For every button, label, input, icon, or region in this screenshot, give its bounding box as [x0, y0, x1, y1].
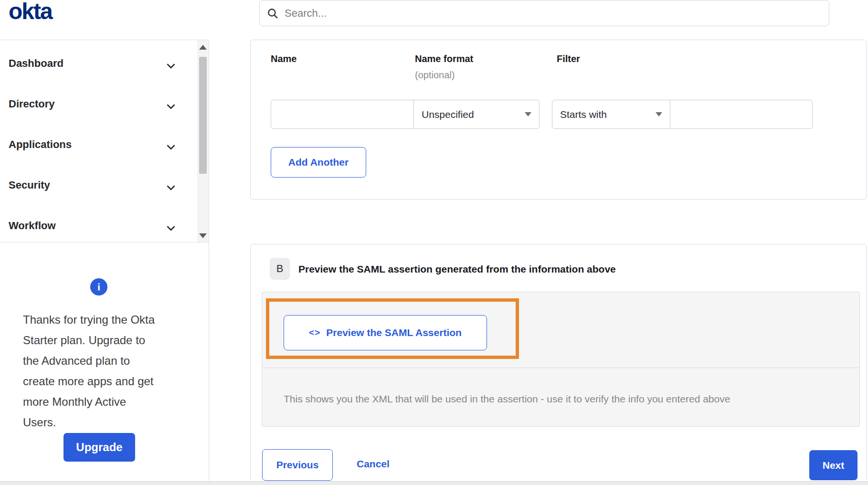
search-input[interactable]: [285, 7, 822, 20]
upsell-message: Thanks for trying the Okta Starter plan.…: [23, 309, 162, 432]
name-format-select[interactable]: Unspecified: [413, 100, 540, 129]
attribute-statements-card: Name Name format (optional) Filter Unspe…: [250, 40, 867, 200]
preview-button-label: Preview the SAML Assertion: [326, 327, 462, 338]
sidebar-item-directory[interactable]: Directory: [0, 81, 209, 121]
preview-saml-assertion-button[interactable]: <> Preview the SAML Assertion: [284, 315, 487, 350]
sidebar-item-applications[interactable]: Applications: [0, 121, 209, 162]
section-b-heading: Preview the SAML assertion generated fro…: [298, 264, 616, 275]
okta-logo: okta: [9, 0, 52, 24]
filter-operator-selected-value: Starts with: [560, 109, 607, 120]
next-button[interactable]: Next: [809, 450, 857, 480]
preview-description: This shows you the XML that will be used…: [284, 393, 730, 405]
sidebar-item-label: Workflow: [9, 220, 56, 232]
chevron-down-icon: [165, 60, 177, 72]
caret-down-icon: [525, 112, 531, 116]
search-icon: [266, 7, 279, 20]
chevron-down-icon: [165, 141, 177, 153]
filter-value-input[interactable]: [670, 100, 813, 129]
top-bar: okta: [0, 0, 868, 39]
name-column-header: Name: [271, 53, 296, 64]
viewport-bottom-strip: [0, 481, 868, 485]
filter-operator-select[interactable]: Starts with: [552, 100, 670, 129]
preview-panel-top: <> Preview the SAML Assertion: [262, 292, 859, 368]
sidebar-nav: DashboardDirectoryApplicationsSecurityWo…: [0, 40, 209, 242]
chevron-down-icon: [165, 181, 177, 194]
name-format-selected-value: Unspecified: [422, 109, 474, 120]
sidebar-item-label: Directory: [9, 98, 55, 110]
sidebar-divider: [209, 40, 209, 481]
upgrade-button[interactable]: Upgrade: [64, 433, 135, 462]
sidebar-scrollbar[interactable]: [197, 40, 209, 242]
attribute-name-input[interactable]: [271, 100, 414, 129]
cancel-link[interactable]: Cancel: [357, 458, 390, 470]
sidebar-item-label: Applications: [9, 138, 72, 151]
chevron-down-icon: [165, 222, 177, 234]
filter-column-header: Filter: [557, 53, 580, 64]
sidebar-item-security[interactable]: Security: [0, 162, 209, 202]
section-b-badge: B: [270, 258, 290, 280]
sidebar-item-dashboard[interactable]: Dashboard: [0, 40, 209, 81]
code-icon: <>: [309, 327, 320, 338]
info-icon: i: [90, 278, 107, 295]
chevron-down-icon: [165, 100, 177, 113]
global-search[interactable]: [259, 0, 829, 26]
preview-saml-card: B Preview the SAML assertion generated f…: [250, 244, 867, 484]
scroll-down-arrow-icon[interactable]: [199, 233, 207, 238]
scroll-up-arrow-icon[interactable]: [199, 45, 207, 50]
sidebar-item-label: Dashboard: [9, 57, 64, 70]
preview-panel: <> Preview the SAML Assertion This shows…: [262, 292, 860, 427]
add-another-button[interactable]: Add Another: [271, 147, 366, 178]
caret-down-icon: [656, 112, 662, 116]
sidebar-items: DashboardDirectoryApplicationsSecurityWo…: [0, 40, 209, 243]
name-format-optional-hint: (optional): [415, 70, 455, 81]
sidebar-item-label: Security: [9, 179, 50, 191]
scrollbar-thumb[interactable]: [199, 57, 207, 174]
okta-admin-page: okta DashboardDirectoryApplicationsSecur…: [0, 0, 868, 485]
sidebar-item-workflow[interactable]: Workflow: [0, 202, 209, 243]
name-format-column-header: Name format: [415, 53, 473, 64]
previous-button[interactable]: Previous: [262, 449, 333, 481]
